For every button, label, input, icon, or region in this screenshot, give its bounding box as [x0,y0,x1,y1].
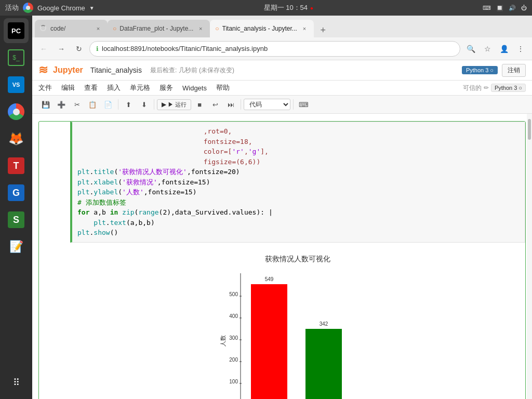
tab-dataframe-close[interactable]: × [196,24,205,33]
address-bar[interactable]: ℹ localhost:8891/notebooks/Titanic/Titan… [89,41,460,57]
vertical-scrollbar[interactable] [527,114,532,399]
python3-kernel-label: Python 3 ○ [491,84,526,92]
svg-text:100: 100 [229,379,238,384]
cut-button[interactable]: ✂ [70,98,84,111]
svg-text:549: 549 [265,276,274,282]
save-info-label: 最后检查: 几秒前 (未保存改变) [150,66,234,75]
menu-view[interactable]: 查看 [84,82,98,94]
sidebar-item-notes[interactable]: 📝 [4,234,29,259]
browser-window: code/ × ○ DataFrame_plot - Jupyte... × ○… [32,16,532,399]
jupyter-brand-label: Jupyter [53,65,83,75]
add-cell-button[interactable]: ➕ [54,98,69,111]
copy-button[interactable]: 📋 [85,98,100,111]
network-icon[interactable]: 🔲 [496,5,503,11]
code-line-10: plt.show() [77,228,520,238]
save-toolbar-button[interactable]: 💾 [38,98,53,111]
search-button[interactable]: 🔍 [463,42,478,56]
trusted-label: 可信的 [463,84,482,92]
restart-button[interactable]: ↩ [208,98,222,111]
cell-type-selector[interactable]: 代码 Markdown Raw [244,99,290,110]
move-down-button[interactable]: ⬇ [137,98,151,111]
keyboard-icon[interactable]: ⌨ [483,5,491,11]
scrollbar-thumb[interactable] [528,119,531,140]
trusted-indicator: 可信的 ✏ Python 3 ○ [463,84,526,92]
menu-cell[interactable]: 单元格 [130,82,150,94]
sidebar-item-apps[interactable]: ⠿ [4,370,29,395]
dropdown-arrow-icon[interactable]: ▼ [89,5,95,11]
app7-icon: S [8,211,24,228]
code-line-2: fontsize=18, [77,137,520,147]
run-button[interactable]: ▶ ▶ 运行 [157,99,191,110]
sidebar-item-app7[interactable]: S [4,207,29,232]
keyboard-shortcut-button[interactable]: ⌨ [296,98,311,111]
profile-button[interactable]: 👤 [497,42,511,56]
volume-icon[interactable]: 🔊 [509,5,516,11]
menu-insert[interactable]: 插入 [107,82,121,94]
sidebar-item-firefox[interactable]: 🦊 [4,126,29,151]
code-line-4: figsize=(6,6)) [77,157,520,167]
code-cell-1[interactable]: ,rot=0, fontsize=18, color=['r','g'], fi… [38,121,526,399]
svg-text:300: 300 [229,335,238,341]
jupyter-logo-icon: ≋ [38,63,48,77]
interrupt-button[interactable]: ■ [192,98,207,111]
sidebar-item-terminal[interactable]: $_ [4,45,29,70]
activities-button[interactable]: 活动 [5,3,19,12]
code-line-5: plt.title('获救情况人数可视化',fontsize=20) [77,167,520,177]
cell-execution-count [39,122,70,399]
tab-titanic-favicon: ○ [215,25,219,32]
tab-loading-indicator [40,25,47,32]
time-dot-icon: ● [310,5,313,11]
sidebar-item-pycharm[interactable]: PC [4,18,29,43]
new-tab-button[interactable]: + [316,23,330,37]
run-icon: ▶ [162,101,166,108]
menu-file[interactable]: 文件 [38,82,52,94]
menu-button[interactable]: ⋮ [513,42,528,56]
menu-edit[interactable]: 编辑 [61,82,75,94]
bookmark-button[interactable]: ☆ [480,42,495,56]
chart-container: 获救情况人数可视化 0 100 200 300 [70,249,525,400]
toolbar-divider-1 [118,99,118,110]
reload-button[interactable]: ↻ [72,42,86,56]
python-badge: Python 3 ○ [462,66,498,74]
toolbar-divider-2 [154,99,154,110]
jupyter-toolbar: 💾 ➕ ✂ 📋 📄 ⬆ ⬇ ▶ ▶ 运行 ■ ↩ ⏭ 代码 Markdown R… [32,96,532,114]
menu-widgets[interactable]: Widgets [182,83,207,94]
menu-help[interactable]: 帮助 [216,82,230,94]
svg-text:200: 200 [229,357,238,363]
bar-chart: 0 100 200 300 400 500 [220,268,376,400]
code-editor[interactable]: ,rot=0, fontsize=18, color=['r','g'], fi… [70,122,525,243]
jupyter-notebook: ≋ Jupyter Titanic_analysis 最后检查: 几秒前 (未保… [32,60,532,399]
svg-text:人数: 人数 [220,335,226,347]
edit-icon[interactable]: ✏ [484,84,489,91]
menu-kernel[interactable]: 服务 [159,82,173,94]
tab-titanic-close[interactable]: × [300,24,309,33]
svg-text:500: 500 [229,291,238,297]
back-button[interactable]: ← [36,42,51,56]
bar-0 [251,284,287,400]
sidebar-item-chrome[interactable] [4,99,29,124]
tab-code-close[interactable]: × [94,24,102,33]
notebook-area: ,rot=0, fontsize=18, color=['r','g'], fi… [32,114,532,399]
forward-button[interactable]: → [54,42,69,56]
jupyter-header: ≋ Jupyter Titanic_analysis 最后检查: 几秒前 (未保… [32,60,532,81]
tab-dataframe[interactable]: ○ DataFrame_plot - Jupyte... × [108,20,210,37]
sidebar: PC $_ VS 🦊 T G S 📝 ⠿ [0,16,32,399]
tab-code[interactable]: code/ × [35,20,108,37]
tab-bar: code/ × ○ DataFrame_plot - Jupyte... × ○… [32,16,532,37]
paste-button[interactable]: 📄 [101,98,115,111]
logout-button[interactable]: 注销 [502,64,526,77]
run-label: ▶ 运行 [168,101,187,109]
power-icon[interactable]: ⏻ [521,5,527,11]
cell-output: 获救情况人数可视化 0 100 200 300 [70,243,525,400]
system-bar: 活动 Google Chrome ▼ 星期一 10：54 ● ⌨ 🔲 🔊 ⏻ [0,0,532,16]
toolbar-divider-4 [293,99,294,110]
navigation-bar: ← → ↻ ℹ localhost:8891/notebooks/Titanic… [32,37,532,60]
sidebar-item-app6[interactable]: G [4,180,29,205]
sidebar-item-vscode[interactable]: VS [4,72,29,97]
sidebar-item-texteditor[interactable]: T [4,153,29,178]
move-up-button[interactable]: ⬆ [121,98,136,111]
apps-grid-icon: ⠿ [13,377,20,388]
tab-titanic[interactable]: ○ Titanic_analysis - Jupyter... × [210,20,314,37]
restart-run-button[interactable]: ⏭ [223,98,238,111]
svg-text:400: 400 [229,313,238,319]
